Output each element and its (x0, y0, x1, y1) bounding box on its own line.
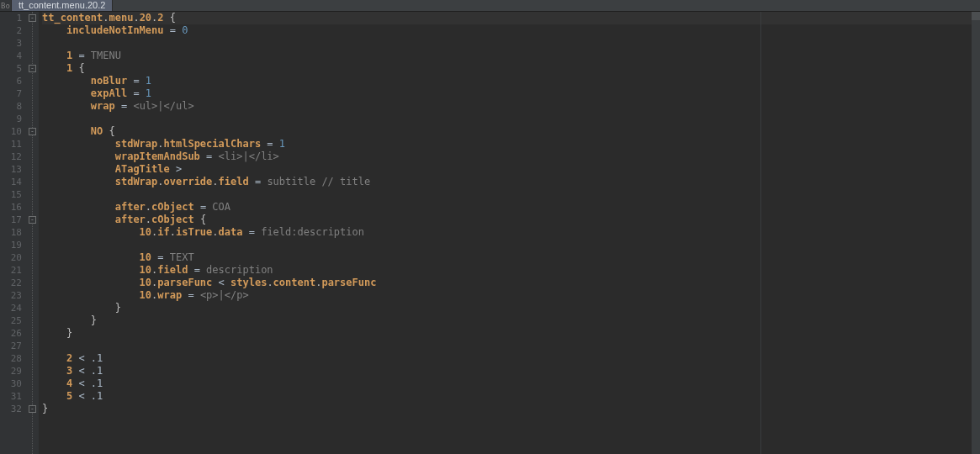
code-line[interactable]: 10.parseFunc < styles.content.parseFunc (42, 277, 980, 289)
code-line[interactable]: after.cObject { (42, 214, 980, 226)
line-number: 12 (0, 150, 22, 163)
token-ref: .1 (91, 352, 103, 364)
code-line[interactable]: } (42, 302, 980, 314)
code-line[interactable] (42, 188, 980, 201)
fold-open-icon[interactable]: - (29, 128, 36, 135)
token-punc: . (267, 277, 273, 288)
code-line[interactable]: stdWrap.htmlSpecialChars = 1 (42, 138, 980, 150)
token-eq: = (78, 50, 84, 61)
code-line[interactable]: } (42, 314, 980, 327)
token-val: field:description (261, 226, 364, 238)
code-line[interactable]: NO { (42, 125, 980, 138)
code-line[interactable]: 2 < .1 (42, 352, 980, 365)
token-op: < (219, 277, 225, 288)
line-number: 26 (0, 327, 22, 340)
code-line[interactable]: ATagTitle > (42, 163, 980, 176)
code-area[interactable]: tt_content.menu.20.2 { includeNotInMenu … (39, 12, 980, 454)
line-number: 2 (0, 24, 22, 37)
code-line[interactable] (42, 113, 980, 125)
token-num: 1 (279, 138, 285, 150)
editor-tab[interactable]: tt_content.menu.20.2 (12, 0, 113, 11)
line-number: 19 (0, 239, 22, 251)
token-val: <ul>|</ul> (133, 100, 193, 112)
line-number: 14 (0, 176, 22, 188)
code-editor[interactable]: 1234567891011121314151617181920212223242… (0, 12, 980, 454)
code-line[interactable]: 3 < .1 (42, 365, 980, 377)
line-number: 28 (0, 352, 22, 365)
code-line[interactable]: includeNotInMenu = 0 (42, 24, 980, 37)
code-line[interactable]: 4 < .1 (42, 377, 980, 390)
code-line[interactable] (42, 37, 980, 50)
token-punc: . (212, 176, 218, 187)
line-number: 13 (0, 163, 22, 176)
line-number: 9 (0, 113, 22, 125)
token-key: ATagTitle (115, 163, 170, 175)
token-key: field (219, 176, 249, 187)
token-key: styles (230, 277, 267, 288)
fold-open-icon[interactable]: - (29, 65, 36, 72)
token-key: override (164, 176, 213, 187)
line-number: 29 (0, 365, 22, 377)
fold-open-icon[interactable]: - (29, 216, 36, 224)
token-val: <p>|</p> (200, 289, 249, 301)
code-line[interactable] (42, 340, 980, 352)
code-line[interactable] (42, 239, 980, 251)
line-number: 3 (0, 37, 22, 50)
token-num: 0 (182, 24, 188, 36)
token-punc: . (146, 201, 151, 213)
line-number: 23 (0, 289, 22, 302)
fold-gutter[interactable]: ----- (27, 12, 39, 454)
token-punc: { (200, 214, 206, 225)
token-punc: } (66, 327, 72, 339)
fold-open-icon[interactable]: - (29, 14, 36, 22)
code-line[interactable]: expAll = 1 (42, 87, 980, 100)
token-punc: { (109, 125, 114, 137)
code-line[interactable]: 5 < .1 (42, 390, 980, 403)
line-number: 17 (0, 214, 22, 226)
token-op: < (78, 377, 84, 389)
line-number: 32 (0, 403, 22, 415)
token-key: cObject (151, 201, 194, 213)
code-line[interactable]: } (42, 403, 980, 415)
token-key: wrap (91, 100, 115, 112)
line-number: 7 (0, 87, 22, 100)
token-eq: = (249, 226, 255, 238)
line-number: 22 (0, 277, 22, 289)
line-number: 5 (0, 62, 22, 75)
code-line[interactable]: } (42, 327, 980, 340)
error-stripe[interactable] (972, 12, 980, 454)
code-line[interactable]: wrap = <ul>|</ul> (42, 100, 980, 113)
token-key: data (219, 226, 243, 238)
line-number: 20 (0, 251, 22, 264)
token-eq: = (170, 24, 176, 36)
token-punc: . (157, 138, 163, 150)
code-line[interactable]: stdWrap.override.field = subtitle // tit… (42, 176, 980, 188)
editor-split-line (760, 12, 761, 454)
code-line[interactable]: wrapItemAndSub = <li>|</li> (42, 150, 980, 163)
code-line[interactable]: 10.field = description (42, 264, 980, 277)
token-val: TMENU (91, 50, 121, 61)
code-line[interactable]: 10.wrap = <p>|</p> (42, 289, 980, 302)
token-punc: } (115, 302, 121, 314)
code-line[interactable]: 10 = TEXT (42, 251, 980, 264)
token-key: includeNotInMenu (66, 24, 164, 36)
token-key: noBlur (91, 75, 127, 87)
fold-close-icon[interactable]: - (29, 405, 36, 413)
code-line[interactable]: after.cObject = COA (42, 201, 980, 214)
token-key: 10 (140, 277, 151, 288)
token-eq: = (255, 176, 261, 187)
code-line[interactable]: noBlur = 1 (42, 75, 980, 87)
line-number: 15 (0, 188, 22, 201)
code-line[interactable]: 1 { (42, 62, 980, 75)
code-line[interactable]: 10.if.isTrue.data = field:description (42, 226, 980, 239)
line-number: 1 (0, 12, 22, 24)
token-key: 2 (66, 352, 72, 364)
token-num: 1 (146, 75, 151, 87)
token-key: after (115, 214, 146, 225)
token-key: menu (109, 12, 133, 24)
token-key: isTrue (176, 226, 212, 238)
code-line[interactable]: tt_content.menu.20.2 { (42, 12, 980, 24)
token-val: subtitle // title (267, 176, 370, 187)
ide-fragment-label: Bo (0, 0, 12, 11)
code-line[interactable]: 1 = TMENU (42, 50, 980, 62)
